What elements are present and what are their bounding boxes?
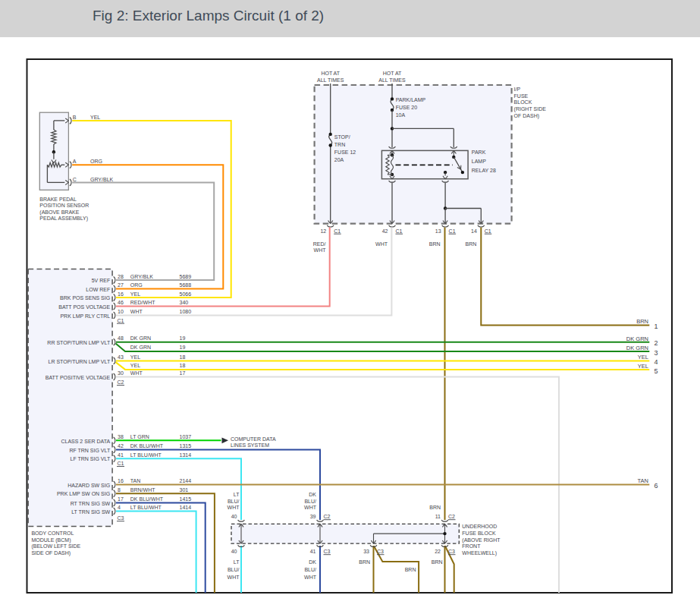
svg-text:CLASS 2 SER DATA: CLASS 2 SER DATA bbox=[61, 439, 110, 444]
svg-text:BLU/: BLU/ bbox=[304, 567, 316, 572]
svg-text:(ABOVE BRAKE: (ABOVE BRAKE bbox=[39, 209, 79, 216]
svg-text:19: 19 bbox=[180, 335, 186, 341]
svg-text:RED/WHT: RED/WHT bbox=[130, 300, 155, 305]
svg-text:BRN: BRN bbox=[359, 559, 370, 565]
svg-text:LOW REF: LOW REF bbox=[86, 287, 110, 292]
svg-text:POSITION SENSOR: POSITION SENSOR bbox=[39, 203, 89, 208]
svg-text:LINES SYSTEM: LINES SYSTEM bbox=[231, 442, 269, 448]
svg-text:C2: C2 bbox=[118, 379, 124, 385]
svg-text:ALL TIMES: ALL TIMES bbox=[378, 77, 406, 83]
svg-text:5689: 5689 bbox=[180, 274, 192, 279]
svg-text:1415: 1415 bbox=[180, 496, 192, 502]
svg-text:HOT AT: HOT AT bbox=[321, 71, 340, 76]
svg-text:5688: 5688 bbox=[180, 282, 192, 288]
svg-text:17: 17 bbox=[180, 370, 186, 376]
svg-text:(RIGHT SIDE: (RIGHT SIDE bbox=[514, 106, 547, 112]
svg-text:C: C bbox=[73, 177, 77, 182]
svg-text:YEL: YEL bbox=[90, 115, 100, 120]
svg-text:ORG: ORG bbox=[90, 159, 102, 164]
svg-text:20A: 20A bbox=[334, 157, 344, 162]
svg-text:40: 40 bbox=[231, 549, 237, 554]
svg-text:BRN: BRN bbox=[466, 241, 477, 247]
svg-text:WHT: WHT bbox=[228, 505, 240, 510]
svg-text:ALL TIMES: ALL TIMES bbox=[317, 77, 344, 83]
svg-text:C2: C2 bbox=[324, 514, 331, 519]
svg-text:WHT: WHT bbox=[130, 309, 143, 314]
svg-text:39: 39 bbox=[310, 514, 316, 519]
svg-text:YEL: YEL bbox=[638, 354, 648, 361]
svg-text:1314: 1314 bbox=[180, 452, 192, 458]
svg-text:YEL: YEL bbox=[130, 354, 140, 360]
svg-text:PARK: PARK bbox=[472, 150, 486, 155]
svg-text:17: 17 bbox=[118, 496, 124, 502]
svg-text:LT TRN SIG SW: LT TRN SIG SW bbox=[71, 509, 110, 515]
svg-text:FRONT: FRONT bbox=[462, 543, 481, 549]
svg-text:4: 4 bbox=[654, 358, 658, 366]
svg-text:I/P: I/P bbox=[514, 87, 521, 92]
svg-text:38: 38 bbox=[118, 434, 124, 439]
svg-text:WHT: WHT bbox=[304, 575, 317, 580]
svg-text:PARK/LAMP: PARK/LAMP bbox=[396, 97, 426, 102]
svg-text:BRN: BRN bbox=[429, 505, 441, 510]
svg-text:41: 41 bbox=[118, 452, 124, 458]
svg-text:BLU/: BLU/ bbox=[304, 499, 316, 504]
svg-text:4: 4 bbox=[118, 505, 121, 510]
svg-text:ORG: ORG bbox=[130, 282, 143, 288]
svg-text:SIDE OF DASH): SIDE OF DASH) bbox=[31, 550, 71, 556]
svg-text:2: 2 bbox=[654, 339, 658, 347]
svg-text:LT: LT bbox=[234, 492, 240, 497]
svg-text:LAMP: LAMP bbox=[472, 159, 486, 164]
svg-text:5V REF: 5V REF bbox=[92, 278, 111, 283]
svg-text:RR STOP/TURN LMP VLT: RR STOP/TURN LMP VLT bbox=[47, 340, 111, 345]
svg-text:C1: C1 bbox=[118, 318, 124, 323]
svg-text:LT GRN: LT GRN bbox=[130, 434, 149, 439]
svg-text:DK: DK bbox=[309, 559, 316, 565]
svg-text:DK: DK bbox=[309, 492, 316, 497]
svg-text:TAN: TAN bbox=[638, 477, 648, 484]
svg-text:1414: 1414 bbox=[180, 505, 192, 510]
svg-text:WHEELWELL): WHEELWELL) bbox=[462, 550, 497, 556]
svg-text:46: 46 bbox=[118, 300, 124, 305]
svg-text:BRN: BRN bbox=[432, 559, 443, 565]
svg-text:1080: 1080 bbox=[180, 309, 192, 314]
svg-text:C3: C3 bbox=[377, 549, 384, 554]
svg-text:FUSE 20: FUSE 20 bbox=[396, 105, 418, 110]
svg-text:C1: C1 bbox=[449, 228, 456, 234]
svg-text:MODULE (BCM): MODULE (BCM) bbox=[31, 537, 71, 543]
svg-text:WHT: WHT bbox=[304, 505, 317, 510]
svg-text:1: 1 bbox=[654, 323, 658, 330]
svg-text:33: 33 bbox=[363, 549, 369, 554]
svg-text:22: 22 bbox=[435, 549, 441, 554]
svg-text:13: 13 bbox=[435, 228, 441, 234]
svg-text:YEL: YEL bbox=[638, 363, 648, 370]
svg-text:301: 301 bbox=[180, 487, 189, 493]
svg-text:LT BLU/WHT: LT BLU/WHT bbox=[130, 505, 162, 510]
svg-text:42: 42 bbox=[382, 228, 388, 234]
svg-text:PRK LMP SW ON SIG: PRK LMP SW ON SIG bbox=[57, 491, 110, 496]
svg-text:RT TRN SIG SW: RT TRN SIG SW bbox=[71, 501, 111, 506]
svg-text:BRAKE PEDAL: BRAKE PEDAL bbox=[39, 197, 77, 202]
svg-text:FUSE 12: FUSE 12 bbox=[334, 150, 356, 155]
svg-text:YEL: YEL bbox=[130, 363, 140, 368]
svg-text:PRK LMP RLY CTRL: PRK LMP RLY CTRL bbox=[60, 313, 110, 319]
svg-text:(ABOVE RIGHT: (ABOVE RIGHT bbox=[462, 537, 501, 543]
svg-text:5: 5 bbox=[654, 367, 658, 375]
svg-text:TAN: TAN bbox=[130, 478, 140, 483]
svg-text:8: 8 bbox=[118, 487, 121, 493]
svg-text:BATT POS VOLTAGE: BATT POS VOLTAGE bbox=[58, 304, 110, 310]
svg-text:DK GRN: DK GRN bbox=[130, 335, 151, 341]
svg-text:GRY/BLK: GRY/BLK bbox=[130, 274, 154, 279]
svg-text:STOP/: STOP/ bbox=[334, 134, 350, 140]
svg-text:DK GRN: DK GRN bbox=[130, 345, 151, 350]
svg-text:WHT: WHT bbox=[375, 241, 388, 247]
svg-text:C1: C1 bbox=[485, 228, 491, 234]
svg-text:43: 43 bbox=[118, 354, 124, 360]
svg-text:GRY/BLK: GRY/BLK bbox=[90, 177, 114, 182]
svg-text:41: 41 bbox=[310, 549, 316, 554]
svg-text:10: 10 bbox=[118, 309, 124, 314]
svg-text:16: 16 bbox=[118, 478, 124, 483]
svg-text:18: 18 bbox=[180, 354, 186, 360]
svg-text:BRN: BRN bbox=[636, 318, 648, 325]
svg-text:14: 14 bbox=[471, 228, 477, 234]
svg-text:5066: 5066 bbox=[180, 291, 192, 297]
